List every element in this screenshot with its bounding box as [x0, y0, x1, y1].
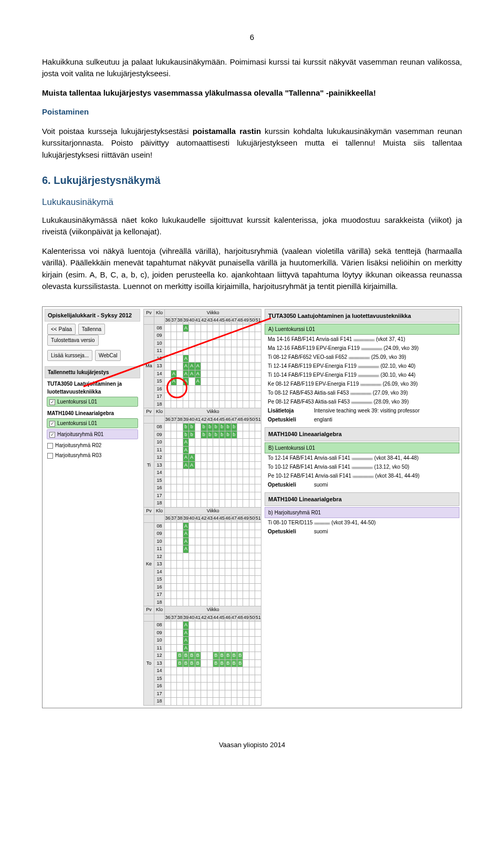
- cal-week-44: 44: [213, 317, 219, 325]
- cal-cell[interactable]: A: [171, 370, 176, 378]
- cal-cell[interactable]: B: [183, 659, 188, 667]
- cal-cell[interactable]: A: [183, 644, 188, 652]
- cal-cell[interactable]: A: [183, 370, 188, 378]
- webcal-button[interactable]: WebCal: [95, 350, 121, 361]
- course2-item-0[interactable]: Luentokurssi L01: [47, 418, 138, 428]
- cal-cell-empty: [213, 561, 219, 569]
- cal-cell[interactable]: B: [213, 659, 219, 667]
- cal-cell[interactable]: B: [189, 652, 195, 660]
- cal-cell[interactable]: A: [183, 324, 188, 332]
- cal-cell-empty: [195, 454, 201, 462]
- checkbox-icon[interactable]: [49, 432, 55, 438]
- save-button[interactable]: Tallenna: [78, 324, 105, 335]
- cal-cell-empty: [255, 454, 261, 462]
- cal-cell[interactable]: A: [195, 378, 201, 386]
- cal-cell-empty: [225, 332, 231, 340]
- cal-week-42: 42: [201, 416, 207, 424]
- add-courses-button[interactable]: Lisää kursseja...: [47, 350, 92, 361]
- cal-cell[interactable]: A: [183, 378, 188, 386]
- cal-cell[interactable]: b: [183, 424, 188, 431]
- cal-cell[interactable]: A: [195, 370, 201, 378]
- course2-item-2[interactable]: Harjoitusryhmä R02: [45, 440, 140, 450]
- cal-cell-empty: [219, 363, 225, 370]
- checkbox-icon[interactable]: [47, 443, 53, 449]
- cal-cell-empty: [255, 431, 261, 439]
- course1-item[interactable]: Luentokurssi L01: [47, 397, 138, 407]
- cal-cell[interactable]: A: [183, 545, 188, 553]
- cal-cell-empty: [225, 698, 231, 706]
- cal-cell[interactable]: A: [195, 363, 201, 370]
- cal-cell[interactable]: b: [189, 424, 195, 431]
- cal-cell[interactable]: A: [189, 461, 195, 469]
- cal-cell[interactable]: B: [177, 652, 183, 660]
- cal-cell[interactable]: A: [171, 378, 176, 386]
- cal-cell[interactable]: B: [237, 652, 243, 660]
- cal-hour: 15: [154, 378, 164, 386]
- cal-cell[interactable]: B: [231, 652, 237, 660]
- cal-cell[interactable]: B: [213, 652, 219, 660]
- cal-cell[interactable]: B: [225, 652, 231, 660]
- cal-cell[interactable]: A: [183, 538, 188, 545]
- cal-cell[interactable]: b: [231, 431, 237, 439]
- cal-cell-empty: [177, 500, 183, 508]
- cal-cell[interactable]: A: [183, 439, 188, 447]
- cal-cell[interactable]: A: [183, 522, 188, 530]
- cal-cell[interactable]: b: [219, 431, 225, 439]
- cal-cell-empty: [207, 553, 213, 561]
- cal-cell[interactable]: b: [231, 424, 237, 431]
- cal-cell-empty: [201, 378, 207, 386]
- cal-cell[interactable]: B: [219, 652, 225, 660]
- cal-cell[interactable]: B: [225, 659, 231, 667]
- cal-cell[interactable]: A: [189, 454, 195, 462]
- cal-cell[interactable]: A: [183, 446, 188, 454]
- sidebar-panel: Opiskelijalukkarit - Syksy 2012 << Palaa…: [45, 309, 140, 706]
- cal-cell[interactable]: A: [183, 454, 188, 462]
- cal-cell[interactable]: b: [201, 424, 207, 431]
- cal-cell[interactable]: B: [219, 659, 225, 667]
- cal-cell[interactable]: b: [207, 431, 213, 439]
- cal-cell-empty: [243, 698, 249, 706]
- cal-week-50: 50: [249, 614, 255, 622]
- cal-cell-empty: [201, 591, 207, 599]
- checkbox-icon[interactable]: [49, 421, 55, 427]
- cal-cell[interactable]: B: [195, 652, 201, 660]
- print-button[interactable]: Tulostettava versio: [47, 335, 99, 346]
- course2-item-1[interactable]: Harjoitusryhmä R01: [47, 429, 138, 439]
- cal-cell[interactable]: A: [183, 622, 188, 629]
- cal-cell[interactable]: B: [189, 659, 195, 667]
- cal-cell[interactable]: A: [189, 363, 195, 370]
- cal-cell[interactable]: b: [225, 431, 231, 439]
- cal-cell[interactable]: B: [237, 659, 243, 667]
- course2-item-3[interactable]: Harjoitusryhmä R03: [45, 450, 140, 460]
- cal-cell[interactable]: b: [183, 431, 188, 439]
- cal-cell-empty: [249, 598, 255, 606]
- cal-cell[interactable]: A: [183, 461, 188, 469]
- cal-cell[interactable]: b: [213, 431, 219, 439]
- cal-cell-empty: [243, 667, 249, 675]
- back-button[interactable]: << Palaa: [47, 324, 76, 335]
- cal-cell-empty: [225, 500, 231, 508]
- cal-cell[interactable]: b: [189, 431, 195, 439]
- cal-cell[interactable]: A: [183, 530, 188, 538]
- cal-cell[interactable]: b: [219, 424, 225, 431]
- cal-cell[interactable]: B: [195, 659, 201, 667]
- cal-cell[interactable]: b: [225, 424, 231, 431]
- cal-cell[interactable]: B: [183, 652, 188, 660]
- cal-cell[interactable]: A: [183, 355, 188, 363]
- cal-cell[interactable]: b: [207, 424, 213, 431]
- cal-cell[interactable]: A: [189, 370, 195, 378]
- checkbox-icon[interactable]: [47, 453, 53, 459]
- cal-cell[interactable]: B: [231, 659, 237, 667]
- cal-cell-empty: [201, 500, 207, 508]
- cal-cell[interactable]: A: [183, 629, 188, 637]
- cal-cell-empty: [219, 690, 225, 698]
- cal-cell[interactable]: A: [183, 363, 188, 370]
- cal-cell[interactable]: b: [213, 424, 219, 431]
- line-date: (vkot 39-41, 44-50): [331, 520, 376, 525]
- cal-cell[interactable]: B: [177, 659, 183, 667]
- cal-cell[interactable]: A: [183, 637, 188, 645]
- cal-cell-empty: [243, 530, 249, 538]
- cal-cell[interactable]: b: [201, 431, 207, 439]
- cal-cell-empty: [165, 561, 171, 569]
- checkbox-icon[interactable]: [49, 399, 55, 405]
